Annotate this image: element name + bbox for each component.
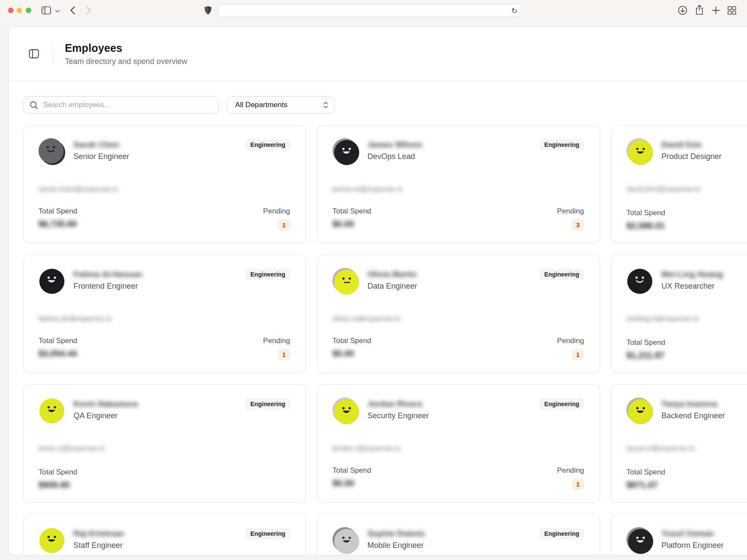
employee-email: olivia.m@expense.io <box>332 315 400 323</box>
total-spend-value: $3,054.44 <box>38 349 77 359</box>
select-chevrons-icon <box>323 102 328 108</box>
department-badge: Engineering <box>246 528 290 539</box>
pending-label: Pending <box>557 207 584 216</box>
reload-icon[interactable]: ↻ <box>511 6 517 15</box>
avatar <box>626 268 653 295</box>
avatar <box>626 138 653 165</box>
total-spend-label: Total Spend <box>332 207 371 216</box>
employee-role: Security Engineer <box>367 411 429 420</box>
total-spend-value: $2,586.01 <box>626 221 665 231</box>
employee-name: David Kim <box>661 140 721 150</box>
total-spend-label: Total Spend <box>626 468 665 477</box>
employee-role: Platform Engineer <box>661 541 724 550</box>
avatar <box>332 398 359 424</box>
browser-toolbar: ↻ <box>0 0 747 21</box>
employee-card[interactable]: Sarah Chen Senior Engineer Engineering s… <box>23 125 306 243</box>
employee-role: Mobile Engineer <box>367 541 425 550</box>
employee-card-grid: Sarah Chen Senior Engineer Engineering s… <box>23 125 747 555</box>
employee-role: Product Designer <box>661 152 721 161</box>
downloads-icon[interactable] <box>678 6 687 15</box>
address-bar[interactable]: ↻ <box>218 4 521 17</box>
new-tab-icon[interactable] <box>712 6 720 14</box>
employee-email: david.kim@expense.io <box>626 185 700 194</box>
employee-card[interactable]: Olivia Martin Data Engineer Engineering … <box>317 255 600 373</box>
sidebar-icon[interactable] <box>42 6 51 15</box>
employee-name: James Wilson <box>367 140 422 150</box>
employee-card[interactable]: Raj Krishnan Staff Engineer Engineering … <box>23 514 306 555</box>
chevron-down-icon[interactable] <box>55 10 60 13</box>
employee-card[interactable]: David Kim Product Designer Engineering d… <box>611 125 747 243</box>
window-minimize-button[interactable] <box>17 8 22 13</box>
employee-role: Senior Engineer <box>73 152 129 161</box>
department-badge: Engineering <box>540 269 584 280</box>
employee-card[interactable]: Kevin Nakamura QA Engineer Engineering k… <box>23 384 306 503</box>
pending-label: Pending <box>557 466 584 475</box>
employee-role: Frontend Engineer <box>73 282 142 291</box>
window-close-button[interactable] <box>8 8 14 13</box>
search-box[interactable] <box>23 96 219 114</box>
avatar-face-icon <box>46 535 59 544</box>
employee-role: Data Engineer <box>367 282 417 291</box>
pending-count-badge: 1 <box>572 478 584 490</box>
avatar <box>626 398 653 424</box>
sidebar-toggle-button[interactable] <box>28 48 39 60</box>
tab-overview-icon[interactable] <box>728 6 736 15</box>
employee-name: Tanya Ivanova <box>661 399 725 409</box>
employee-role: QA Engineer <box>73 411 138 420</box>
employee-name: Yusuf Osman <box>661 529 724 538</box>
department-badge: Engineering <box>540 398 584 410</box>
avatar-face-icon <box>341 276 354 286</box>
avatar-face-icon <box>635 535 648 545</box>
employee-name: Sarah Chen <box>73 140 129 150</box>
employee-name: Kevin Nakamura <box>73 399 138 409</box>
shield-icon[interactable] <box>204 6 212 15</box>
avatar <box>332 268 359 295</box>
pending-count-badge: 3 <box>572 219 584 231</box>
avatar <box>332 138 359 165</box>
pending-label: Pending <box>557 337 584 345</box>
avatar <box>626 527 653 554</box>
avatar-face-icon <box>46 275 59 285</box>
employee-email: jordan.r@expense.io <box>332 444 400 453</box>
forward-icon[interactable] <box>86 6 91 15</box>
employee-role: Staff Engineer <box>73 541 124 550</box>
total-spend-label: Total Spend <box>626 338 665 347</box>
employee-role: DevOps Lead <box>367 152 422 161</box>
total-spend-value: $0.00 <box>332 349 354 359</box>
employee-name: Fatima Al-Hassan <box>73 270 142 279</box>
total-spend-value: $909.90 <box>38 480 70 490</box>
department-badge: Engineering <box>540 139 584 150</box>
department-filter-select[interactable]: All Departments <box>227 96 335 114</box>
employee-card[interactable]: Jordan Rivera Security Engineer Engineer… <box>317 384 600 503</box>
window-zoom-button[interactable] <box>26 8 32 13</box>
search-icon <box>30 101 38 109</box>
page-subtitle: Team directory and spend overview <box>65 57 187 66</box>
avatar <box>332 527 359 554</box>
employee-name: Mei-Ling Huang <box>661 270 723 279</box>
employee-card[interactable]: Mei-Ling Huang UX Researcher Engineering… <box>611 255 747 373</box>
pending-count-badge: 1 <box>278 349 290 360</box>
employee-email: james.w@expense.io <box>332 185 402 194</box>
employee-card[interactable]: Yusuf Osman Platform Engineer Engineerin… <box>611 514 747 555</box>
employee-email: meiling.h@expense.io <box>626 315 699 323</box>
employee-email: sarah.chen@expense.io <box>38 185 118 194</box>
employee-card[interactable]: James Wilson DevOps Lead Engineering jam… <box>317 125 600 243</box>
pending-count-badge: 1 <box>278 219 290 231</box>
employee-card[interactable]: Sophie Dubois Mobile Engineer Engineerin… <box>317 514 600 555</box>
header-divider <box>52 44 53 64</box>
employee-name: Raj Krishnan <box>73 529 124 538</box>
department-filter-value: All Departments <box>235 101 287 109</box>
total-spend-label: Total Spend <box>38 468 77 477</box>
back-icon[interactable] <box>70 6 75 15</box>
pending-label: Pending <box>263 337 290 345</box>
total-spend-label: Total Spend <box>332 466 371 475</box>
employee-card[interactable]: Tanya Ivanova Backend Engineer Engineeri… <box>611 384 747 503</box>
avatar-face-icon <box>46 405 59 414</box>
employee-role: UX Researcher <box>661 282 723 291</box>
share-icon[interactable] <box>696 5 704 15</box>
department-badge: Engineering <box>540 528 584 539</box>
app-panel: Employees Team directory and spend overv… <box>8 27 747 555</box>
search-input[interactable] <box>43 101 212 109</box>
avatar-face-icon <box>634 275 647 285</box>
employee-card[interactable]: Fatima Al-Hassan Frontend Engineer Engin… <box>23 255 306 373</box>
